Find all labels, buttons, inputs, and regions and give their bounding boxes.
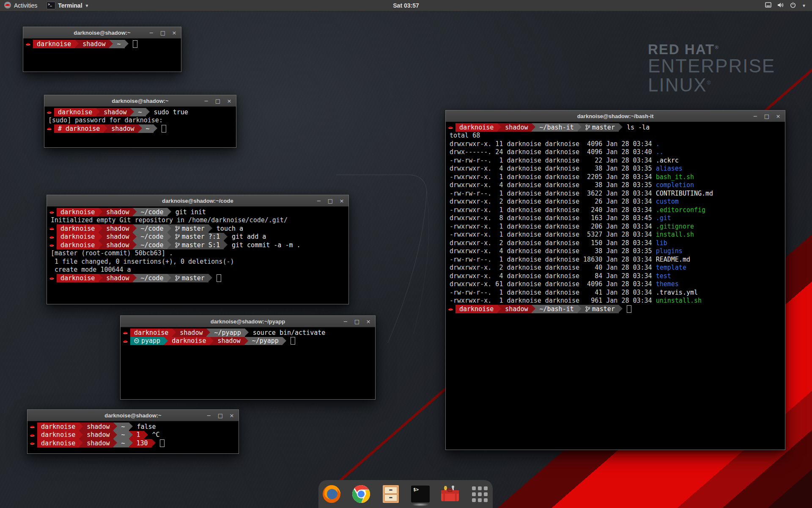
powerline-segment-venv: pyapp <box>130 337 164 345</box>
minimize-button[interactable]: − <box>316 198 322 204</box>
powerline-separator-icon <box>167 274 171 282</box>
minimize-button[interactable]: − <box>343 319 348 324</box>
ls-filename: install.sh <box>656 231 694 238</box>
command-text: git commit -a -m . <box>232 241 301 249</box>
terminal-window-code[interactable]: darknoise@shadow:~/code −□× darknoisesha… <box>47 195 349 304</box>
close-button[interactable]: × <box>775 113 781 119</box>
powerline-separator-icon <box>99 224 102 233</box>
maximize-button[interactable]: □ <box>764 113 770 119</box>
powerline-segment-path: ~/code <box>137 274 167 282</box>
ls-filename: plugins <box>656 247 683 255</box>
activities-button[interactable]: Activities <box>0 0 41 11</box>
terminal-content[interactable]: darknoiseshadow~sudo true[sudo] password… <box>44 107 236 133</box>
terminal-window-bash-it[interactable]: darknoise@shadow:~/bash-it −□× darknoise… <box>445 110 785 450</box>
volume-icon <box>777 2 784 9</box>
maximize-button[interactable]: □ <box>354 319 360 324</box>
maximize-button[interactable]: □ <box>160 30 166 36</box>
branch-icon <box>585 124 590 130</box>
powerline-segment-host: shadow <box>83 439 113 447</box>
terminal-content[interactable]: darknoiseshadow~/codegit initInitialized… <box>47 207 348 282</box>
powerline-separator-icon <box>133 208 137 216</box>
window-titlebar[interactable]: darknoise@shadow:~ −□× <box>27 410 239 421</box>
terminal-cursor <box>162 125 166 133</box>
prompt-line: darknoiseshadow~ <box>23 40 181 48</box>
terminal-content[interactable]: darknoiseshadow~/bash-itmasterls -latota… <box>446 122 785 313</box>
powerline-separator-icon <box>125 40 129 48</box>
terminal-window-pyapp[interactable]: darknoise@shadow:~/pyapp −□× darknoisesh… <box>120 315 376 400</box>
ls-columns: -rwxrwxr-x. 1 darknoise darknoise 240 Ja… <box>450 206 656 214</box>
output-line: [sudo] password for darknoise: <box>44 116 236 125</box>
ls-columns: drwxrwxr-x. 4 darknoise darknoise 38 Jan… <box>450 247 656 255</box>
powerline-separator-icon <box>283 337 286 345</box>
window-titlebar[interactable]: darknoise@shadow:~/bash-it −□× <box>446 110 785 122</box>
clock[interactable]: Sat 03:57 <box>393 0 419 11</box>
powerline-separator-icon <box>619 305 623 313</box>
output-line: Initialized empty Git repository in /hom… <box>47 216 348 225</box>
window-titlebar[interactable]: darknoise@shadow:~ −□× <box>44 95 236 107</box>
close-button[interactable]: × <box>226 98 232 104</box>
maximize-button[interactable]: □ <box>215 98 221 104</box>
maximize-button[interactable]: □ <box>327 198 333 204</box>
prompt-line: darknoiseshadow~/codemaster S:1git commi… <box>47 241 348 249</box>
terminal-content[interactable]: darknoiseshadow~/pyappsource bin/activat… <box>121 327 375 345</box>
toolbox-icon[interactable] <box>440 484 460 504</box>
window-titlebar[interactable]: darknoise@shadow:~/pyapp −□× <box>121 316 375 327</box>
terminal-window-home-small[interactable]: darknoise@shadow:~ −□× darknoiseshadow~ <box>23 27 181 72</box>
terminal-cursor <box>217 274 221 282</box>
powerline-separator-icon <box>99 241 102 249</box>
powerline-separator-icon <box>133 233 137 241</box>
powerline-separator-icon <box>138 124 142 133</box>
files-icon[interactable] <box>381 484 401 504</box>
ls-columns: -rwxrwxr-x. 1 darknoise darknoise 2205 J… <box>450 173 656 181</box>
window-titlebar[interactable]: darknoise@shadow:~/code −□× <box>47 195 348 207</box>
close-button[interactable]: × <box>229 413 235 418</box>
firefox-icon[interactable] <box>322 484 341 504</box>
ls-filename: .ackrc <box>656 157 679 164</box>
ls-columns: drwxrwxr-x. 2 darknoise darknoise 40 Jan… <box>450 264 656 271</box>
redhat-icon <box>44 124 54 133</box>
minimize-button[interactable]: − <box>148 30 154 36</box>
powerline-segment-user: darknoise <box>57 224 99 233</box>
output-line: create mode 100644 a <box>47 266 348 274</box>
terminal-window-exitcodes[interactable]: darknoise@shadow:~ −□× darknoiseshadow~f… <box>27 409 239 454</box>
close-button[interactable]: × <box>365 319 371 324</box>
powerline-segment-path: ~ <box>117 431 129 439</box>
ls-columns: drwx------. 24 darknoise darknoise 4096 … <box>450 148 656 156</box>
powerline-separator-icon <box>96 108 100 116</box>
window-titlebar[interactable]: darknoise@shadow:~ −□× <box>23 27 181 39</box>
powerline-segment-user: darknoise <box>455 123 497 132</box>
terminal-dock-icon[interactable]: $> <box>411 484 430 504</box>
powerline-separator-icon <box>164 337 168 345</box>
maximize-button[interactable]: □ <box>217 413 223 418</box>
show-applications-icon[interactable] <box>470 484 489 504</box>
powerline-segment-path: ~/bash-it <box>535 305 577 313</box>
ls-row: drwxrwxr-x. 8 darknoise darknoise 163 Ja… <box>446 214 785 223</box>
minimize-button[interactable]: − <box>203 98 209 104</box>
command-text: git init <box>176 208 206 216</box>
close-button[interactable]: × <box>339 198 345 204</box>
powerline-segment-user: darknoise <box>37 422 79 431</box>
terminal-window-sudo[interactable]: darknoise@shadow:~ −□× darknoiseshadow~s… <box>44 95 236 148</box>
powerline-separator-icon <box>208 224 212 233</box>
running-indicator <box>412 503 429 506</box>
app-menu-terminal[interactable]: >_ Terminal ▼ <box>41 0 94 11</box>
minimize-button[interactable]: − <box>206 413 212 418</box>
powerline-separator-icon <box>133 274 137 282</box>
ls-row: -rw-rw-r--. 1 darknoise darknoise 3622 J… <box>446 189 785 198</box>
ls-row: -rw-rw-r--. 1 darknoise darknoise 41 Jan… <box>446 288 785 297</box>
branch-icon <box>175 275 180 281</box>
close-button[interactable]: × <box>171 30 177 36</box>
powerline-segment-host: shadow <box>102 241 133 249</box>
prompt-line: darknoiseshadow~/bash-itmaster <box>446 305 785 313</box>
minimize-button[interactable]: − <box>752 113 758 119</box>
powerline-segment-host: shadow <box>100 108 130 116</box>
terminal-content[interactable]: darknoiseshadow~falsedarknoiseshadow~1^C… <box>27 421 239 447</box>
powerline-separator-icon <box>172 329 176 337</box>
powerline-separator-icon <box>154 124 157 133</box>
prompt-line: darknoiseshadow~/codemastertouch a <box>47 224 348 233</box>
redhat-icon <box>27 431 37 439</box>
system-status-area[interactable]: ▼ <box>762 0 809 11</box>
terminal-content[interactable]: darknoiseshadow~ <box>23 39 181 48</box>
chrome-icon[interactable] <box>351 484 371 504</box>
command-text: ls -la <box>627 124 650 131</box>
